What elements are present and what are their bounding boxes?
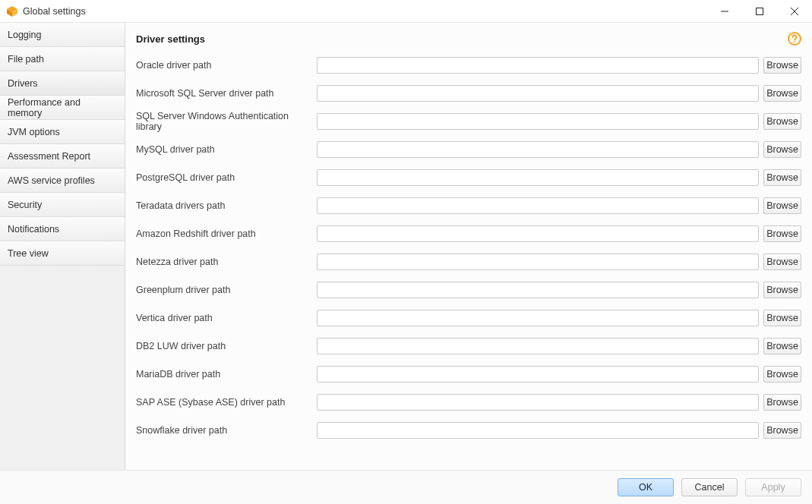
sidebar-item-label: Performance and memory (8, 97, 117, 118)
browse-button-snowflake[interactable]: Browse (763, 422, 801, 439)
sidebar: Logging File path Drivers Performance an… (0, 23, 125, 470)
section-heading: Driver settings (136, 33, 205, 45)
browse-button-postgresql[interactable]: Browse (763, 169, 801, 186)
field-input-vertica[interactable] (317, 310, 759, 326)
field-label-mssql: Microsoft SQL Server driver path (136, 88, 317, 99)
main-header: Driver settings (136, 32, 801, 46)
sidebar-item-label: Logging (8, 30, 42, 40)
field-input-oracle[interactable] (317, 57, 759, 74)
driver-fields: Oracle driver path Browse Microsoft SQL … (136, 56, 801, 439)
field-row: Snowflake driver path Browse (136, 421, 801, 439)
browse-button-oracle[interactable]: Browse (763, 57, 801, 74)
window-title: Global settings (23, 6, 86, 17)
main-panel: Driver settings Oracle driver path Brows… (125, 23, 812, 470)
field-input-sapase[interactable] (317, 394, 759, 411)
field-label-sapase: SAP ASE (Sybase ASE) driver path (136, 397, 317, 408)
sidebar-item-assessment-report[interactable]: Assessment Report (0, 144, 125, 169)
sidebar-item-aws-service-profiles[interactable]: AWS service profiles (0, 169, 125, 193)
field-row: Netezza driver path Browse (136, 253, 801, 271)
field-row: Vertica driver path Browse (136, 309, 801, 327)
sidebar-item-notifications[interactable]: Notifications (0, 217, 125, 241)
sidebar-item-jvm-options[interactable]: JVM options (0, 120, 125, 144)
sidebar-item-label: Tree view (8, 248, 49, 259)
sidebar-item-performance[interactable]: Performance and memory (0, 96, 125, 120)
field-row: DB2 LUW driver path Browse (136, 337, 801, 355)
field-row: MariaDB driver path Browse (136, 365, 801, 383)
sidebar-item-file-path[interactable]: File path (0, 47, 125, 71)
sidebar-item-drivers[interactable]: Drivers (0, 71, 125, 96)
sidebar-item-label: Notifications (8, 224, 59, 235)
field-row: SQL Server Windows Authentication librar… (136, 112, 801, 131)
field-input-mariadb[interactable] (317, 366, 759, 383)
browse-button-vertica[interactable]: Browse (763, 310, 801, 326)
dialog-footer: OK Cancel Apply (0, 471, 812, 504)
browse-button-mysql[interactable]: Browse (763, 141, 801, 158)
field-input-mssql[interactable] (317, 85, 759, 102)
sidebar-item-label: Assessment Report (8, 151, 90, 162)
help-icon[interactable] (788, 32, 801, 46)
sidebar-item-label: AWS service profiles (8, 175, 95, 186)
field-input-greenplum[interactable] (317, 282, 759, 298)
field-input-snowflake[interactable] (317, 422, 759, 439)
field-label-snowflake: Snowflake driver path (136, 425, 317, 436)
field-label-netezza: Netezza driver path (136, 257, 317, 267)
svg-rect-4 (757, 8, 763, 14)
field-row: Amazon Redshift driver path Browse (136, 225, 801, 243)
field-row: Oracle driver path Browse (136, 56, 801, 74)
field-label-sqlserver-auth: SQL Server Windows Authentication librar… (136, 111, 317, 132)
field-label-oracle: Oracle driver path (136, 60, 317, 71)
browse-button-sapase[interactable]: Browse (763, 394, 801, 411)
browse-button-mariadb[interactable]: Browse (763, 366, 801, 383)
browse-button-greenplum[interactable]: Browse (763, 282, 801, 298)
ok-button[interactable]: OK (618, 478, 674, 496)
sidebar-item-label: Drivers (8, 78, 38, 89)
browse-button-mssql[interactable]: Browse (763, 85, 801, 102)
sidebar-item-label: File path (8, 54, 44, 65)
field-input-teradata[interactable] (317, 197, 759, 214)
field-row: PostgreSQL driver path Browse (136, 169, 801, 187)
field-input-redshift[interactable] (317, 225, 759, 242)
field-row: SAP ASE (Sybase ASE) driver path Browse (136, 393, 801, 411)
field-label-vertica: Vertica driver path (136, 313, 317, 323)
app-icon (6, 5, 18, 17)
sidebar-item-label: JVM options (8, 127, 60, 137)
sidebar-item-label: Security (8, 200, 42, 210)
field-row: Microsoft SQL Server driver path Browse (136, 84, 801, 102)
field-label-postgresql: PostgreSQL driver path (136, 172, 317, 183)
minimize-button[interactable] (707, 0, 742, 23)
sidebar-item-tree-view[interactable]: Tree view (0, 241, 125, 266)
sidebar-item-logging[interactable]: Logging (0, 23, 125, 47)
browse-button-db2luw[interactable]: Browse (763, 338, 801, 354)
field-label-mariadb: MariaDB driver path (136, 369, 317, 380)
sidebar-item-security[interactable]: Security (0, 193, 125, 217)
field-input-mysql[interactable] (317, 141, 759, 158)
field-label-db2luw: DB2 LUW driver path (136, 341, 317, 351)
field-input-db2luw[interactable] (317, 338, 759, 354)
browse-button-redshift[interactable]: Browse (763, 225, 801, 242)
titlebar-left: Global settings (0, 5, 86, 17)
titlebar: Global settings (0, 0, 812, 23)
field-row: Greenplum driver path Browse (136, 281, 801, 299)
field-input-sqlserver-auth[interactable] (317, 113, 759, 130)
maximize-button[interactable] (742, 0, 777, 23)
browse-button-sqlserver-auth[interactable]: Browse (763, 113, 801, 130)
field-label-teradata: Teradata drivers path (136, 200, 317, 211)
content: Logging File path Drivers Performance an… (0, 23, 812, 471)
field-label-mysql: MySQL driver path (136, 144, 317, 155)
svg-point-8 (794, 41, 795, 43)
field-row: Teradata drivers path Browse (136, 197, 801, 215)
field-input-netezza[interactable] (317, 254, 759, 270)
apply-button[interactable]: Apply (745, 478, 801, 496)
field-label-redshift: Amazon Redshift driver path (136, 228, 317, 239)
field-label-greenplum: Greenplum driver path (136, 285, 317, 295)
field-row: MySQL driver path Browse (136, 140, 801, 159)
field-input-postgresql[interactable] (317, 169, 759, 186)
close-button[interactable] (777, 0, 812, 23)
browse-button-teradata[interactable]: Browse (763, 197, 801, 214)
window-controls (707, 0, 812, 23)
cancel-button[interactable]: Cancel (681, 478, 738, 496)
browse-button-netezza[interactable]: Browse (763, 254, 801, 270)
